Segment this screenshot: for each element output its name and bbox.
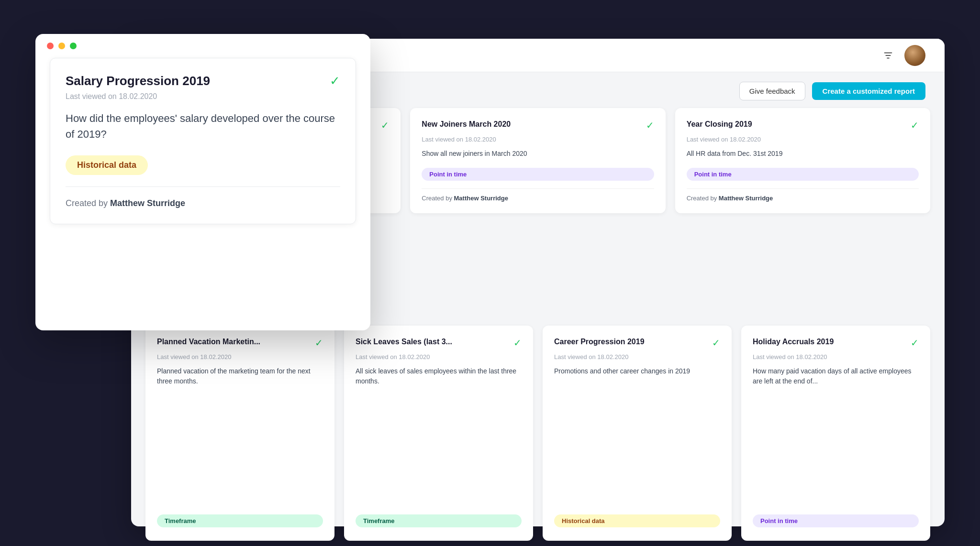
card-creator: Created by Matthew Sturridge <box>687 195 919 202</box>
point-in-time-tag: Point in time <box>753 514 919 527</box>
card-description: How did the employees' salary developed … <box>66 110 340 142</box>
card-description: How many paid vacation days of all activ… <box>753 366 919 511</box>
card-header: Salary Progression 2019 ✓ <box>66 74 340 88</box>
check-icon: ✓ <box>381 120 389 131</box>
card-date: Last viewed on 18.02.2020 <box>356 353 522 360</box>
card-date: Last viewed on 18.02.2020 <box>687 136 919 143</box>
card-title: Year Closing 2019 <box>687 120 911 130</box>
check-icon: ✓ <box>911 337 919 349</box>
card-date: Last viewed on 18.02.2020 <box>66 92 340 101</box>
card-year-closing[interactable]: Year Closing 2019 ✓ Last viewed on 18.02… <box>675 108 930 213</box>
card-title: Salary Progression 2019 <box>66 74 210 88</box>
close-button[interactable] <box>47 43 54 49</box>
card-header: Planned Vacation Marketin... ✓ <box>157 337 323 349</box>
card-date: Last viewed on 18.02.2020 <box>157 353 323 360</box>
action-bar: Give feedback Create a customized report <box>739 82 925 100</box>
card-date: Last viewed on 18.02.2020 <box>753 353 919 360</box>
check-icon: ✓ <box>315 337 323 349</box>
card-header: Holiday Accruals 2019 ✓ <box>753 337 919 349</box>
card-title: New Joiners March 2020 <box>422 120 646 130</box>
maximize-button[interactable] <box>70 43 77 49</box>
fg-card-content: Salary Progression 2019 ✓ Last viewed on… <box>50 58 356 224</box>
card-description: Promotions and other career changes in 2… <box>554 366 720 511</box>
card-header: Career Progression 2019 ✓ <box>554 337 720 349</box>
card-divider <box>422 188 654 189</box>
title-bar <box>35 34 370 58</box>
historical-data-tag: Historical data <box>66 155 148 175</box>
check-icon: ✓ <box>712 337 720 349</box>
card-description: Planned vacation of the marketing team f… <box>157 366 323 511</box>
historical-data-tag: Historical data <box>554 514 720 527</box>
timeframe-tag: Timeframe <box>157 514 323 527</box>
foreground-window: Salary Progression 2019 ✓ Last viewed on… <box>35 34 370 330</box>
card-new-joiners[interactable]: New Joiners March 2020 ✓ Last viewed on … <box>410 108 665 213</box>
card-header: Sick Leaves Sales (last 3... ✓ <box>356 337 522 349</box>
card-creator: Created by Matthew Sturridge <box>422 195 654 202</box>
card-title: Planned Vacation Marketin... <box>157 337 315 347</box>
filter-icon[interactable] <box>881 49 895 62</box>
check-icon: ✓ <box>911 120 919 131</box>
card-title: Career Progression 2019 <box>554 337 712 347</box>
card-sick-leaves[interactable]: Sick Leaves Sales (last 3... ✓ Last view… <box>344 326 533 541</box>
point-in-time-tag: Point in time <box>422 168 654 181</box>
give-feedback-button[interactable]: Give feedback <box>739 82 805 100</box>
create-report-button[interactable]: Create a customized report <box>812 82 925 100</box>
check-icon: ✓ <box>330 74 340 88</box>
avatar[interactable] <box>904 45 925 66</box>
card-header: New Joiners March 2020 ✓ <box>422 120 654 131</box>
card-planned-vacation[interactable]: Planned Vacation Marketin... ✓ Last view… <box>145 326 334 541</box>
card-date: Last viewed on 18.02.2020 <box>554 353 720 360</box>
card-creator: Created by Matthew Sturridge <box>66 198 340 208</box>
card-header: Year Closing 2019 ✓ <box>687 120 919 131</box>
card-date: Last viewed on 18.02.2020 <box>422 136 654 143</box>
check-icon: ✓ <box>513 337 522 349</box>
check-icon: ✓ <box>646 120 654 131</box>
minimize-button[interactable] <box>58 43 65 49</box>
card-description: All sick leaves of sales employees withi… <box>356 366 522 511</box>
timeframe-tag: Timeframe <box>356 514 522 527</box>
card-holiday-accruals[interactable]: Holiday Accruals 2019 ✓ Last viewed on 1… <box>741 326 930 541</box>
card-description: All HR data from Dec. 31st 2019 <box>687 149 919 164</box>
salary-progression-card[interactable]: Salary Progression 2019 ✓ Last viewed on… <box>50 58 356 224</box>
card-divider <box>66 186 340 187</box>
cards-row2: Planned Vacation Marketin... ✓ Last view… <box>145 326 930 541</box>
card-career-progression[interactable]: Career Progression 2019 ✓ Last viewed on… <box>543 326 732 541</box>
card-title: Sick Leaves Sales (last 3... <box>356 337 513 347</box>
card-title: Holiday Accruals 2019 <box>753 337 911 347</box>
card-divider <box>687 188 919 189</box>
point-in-time-tag: Point in time <box>687 168 919 181</box>
card-description: Show all new joiners in March 2020 <box>422 149 654 164</box>
